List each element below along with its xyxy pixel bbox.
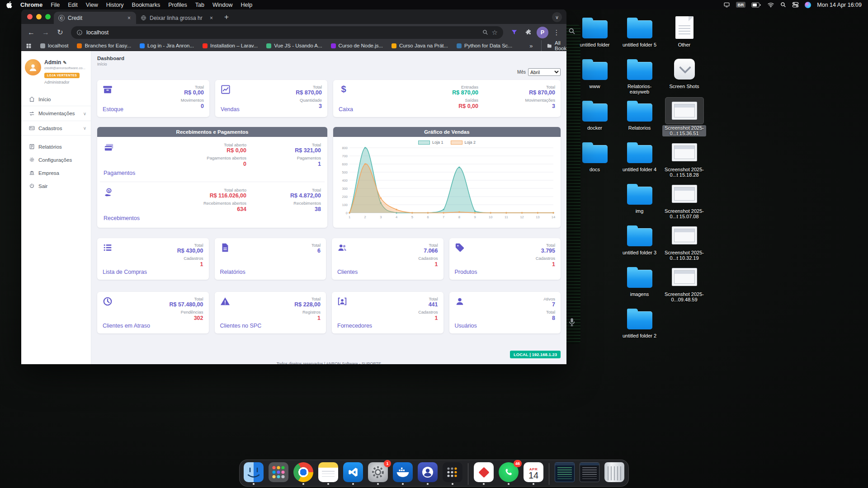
- tab-deixar-linha[interactable]: Deixar linha grossa hr: [136, 12, 218, 24]
- dock-vscode[interactable]: [343, 462, 363, 485]
- filter-extension-icon[interactable]: [508, 26, 520, 39]
- new-tab-button[interactable]: [221, 12, 232, 23]
- card-title-link[interactable]: Recebimentos: [104, 215, 153, 221]
- menu-profiles[interactable]: Profiles: [168, 2, 187, 8]
- dock-minimized-window-2[interactable]: [579, 462, 600, 485]
- desktop-icon-untitled-folder-5[interactable]: untitled folder 5: [617, 14, 662, 56]
- desktop-icon-screenshot-151828[interactable]: Screenshot 2025-0...t 15.18.28: [662, 139, 707, 181]
- profile-avatar[interactable]: P: [537, 27, 548, 38]
- site-info-icon[interactable]: [76, 29, 83, 36]
- back-button[interactable]: [25, 26, 38, 39]
- close-tab-icon[interactable]: [126, 14, 132, 21]
- battery-icon[interactable]: [751, 2, 761, 8]
- sidebar-item-movimentacoes[interactable]: Movimentações: [21, 106, 91, 121]
- bookmarks-overflow-icon[interactable]: [529, 42, 533, 49]
- reload-button[interactable]: [54, 26, 66, 39]
- desktop-icon-screenshot-150708[interactable]: Screenshot 2025-0...t 15.07.08: [662, 181, 707, 222]
- bookmark-star-icon[interactable]: [492, 28, 498, 37]
- browser-menu-icon[interactable]: [550, 26, 563, 39]
- desktop-icon-relatorios[interactable]: Relatorios: [617, 98, 662, 139]
- apple-logo-icon[interactable]: [6, 1, 12, 8]
- bookmark-jira[interactable]: Log in - Jira Anron...: [140, 43, 194, 48]
- sidebar-item-configuracoes[interactable]: Configurações: [21, 153, 91, 166]
- bookmark-branches[interactable]: Branches for Easy...: [77, 43, 131, 48]
- dock-red-diamond-app[interactable]: [473, 462, 494, 485]
- menu-tab[interactable]: Tab: [195, 2, 204, 8]
- card-title-link[interactable]: Clientes em Atraso: [103, 323, 150, 329]
- card-title-link[interactable]: Produtos: [455, 269, 477, 275]
- bookmark-vuejs[interactable]: Vue JS - Usando A...: [266, 43, 322, 48]
- close-window-button[interactable]: [27, 14, 33, 19]
- extensions-puzzle-icon[interactable]: [522, 26, 535, 39]
- menubar-clock[interactable]: Mon 14 Apr 16:09: [817, 2, 862, 8]
- tab-search-button[interactable]: [552, 12, 562, 22]
- bookmark-nodejs[interactable]: Curso de Node.js...: [331, 43, 383, 48]
- dock-notes[interactable]: [318, 462, 339, 485]
- desktop-icon-untitled-folder-2[interactable]: untitled folder 2: [617, 305, 662, 347]
- bookmark-laravel[interactable]: Installation – Larav...: [203, 43, 258, 48]
- desktop-icon-untitled-folder-4[interactable]: untitled folder 4: [617, 139, 662, 181]
- menu-help[interactable]: Help: [241, 2, 252, 8]
- screen-mirroring-icon[interactable]: [723, 2, 730, 8]
- desktop-icon-docker[interactable]: docker: [572, 98, 617, 139]
- desktop-icon-other[interactable]: Other: [662, 14, 707, 56]
- bookmark-localhost[interactable]: localhost: [40, 43, 68, 48]
- address-bar[interactable]: localhost: [71, 26, 503, 39]
- sidebar-item-sair[interactable]: Sair: [21, 179, 91, 192]
- desktop-icon-untitled-folder[interactable]: untitled folder: [572, 14, 617, 56]
- desktop-icon-docs[interactable]: docs: [572, 139, 617, 181]
- dock-calendar[interactable]: APR 14: [523, 462, 544, 485]
- menubar-app-name[interactable]: Chrome: [20, 1, 42, 8]
- minimize-window-button[interactable]: [36, 14, 42, 19]
- wifi-icon[interactable]: [767, 2, 774, 8]
- desktop-icon-screenshot-094859[interactable]: Screenshot 2025-0...09.48.59: [662, 264, 707, 305]
- desktop-icon-www[interactable]: www: [572, 56, 617, 98]
- dock-calculator[interactable]: [442, 462, 463, 485]
- card-title-link[interactable]: Estoque: [103, 106, 123, 113]
- all-bookmarks-button[interactable]: All Bookmarks: [541, 40, 566, 51]
- desktop-icon-img[interactable]: img: [617, 181, 662, 222]
- dock-trash[interactable]: [604, 462, 625, 485]
- url-text[interactable]: localhost: [86, 29, 479, 36]
- dock-finder[interactable]: [243, 462, 264, 485]
- desktop-icon-screenshot-153651[interactable]: Screenshot 2025-0...t 15.36.51: [662, 98, 707, 139]
- desktop-icon-screenshot-103219[interactable]: Screenshot 2025-0...t 10.32.19: [662, 222, 707, 264]
- menu-window[interactable]: Window: [212, 2, 232, 8]
- menu-view[interactable]: View: [86, 2, 98, 8]
- dock-docker[interactable]: [392, 462, 413, 485]
- card-title-link[interactable]: Usuários: [455, 323, 477, 329]
- siri-icon[interactable]: [805, 2, 811, 8]
- card-title-link[interactable]: Vendas: [221, 106, 240, 113]
- dock-launchpad[interactable]: [268, 462, 289, 485]
- apps-grid-icon[interactable]: [26, 43, 32, 49]
- maximize-window-button[interactable]: [45, 14, 51, 19]
- desktop-icon-screen-shots[interactable]: Screen Shots: [662, 56, 707, 98]
- sidebar-item-relatorios[interactable]: Relatórios: [21, 140, 91, 153]
- control-center-icon[interactable]: [792, 2, 799, 8]
- card-title-link[interactable]: Pagamentos: [104, 170, 153, 176]
- tab-credit[interactable]: C Credit: [54, 12, 136, 24]
- menu-bookmarks[interactable]: Bookmarks: [132, 2, 160, 8]
- bookmark-python[interactable]: Python for Data Sc...: [457, 43, 512, 48]
- edit-profile-icon[interactable]: [63, 59, 66, 66]
- dock-minimized-window-1[interactable]: [554, 462, 575, 485]
- sidebar-item-cadastros[interactable]: Cadastros: [21, 121, 91, 136]
- card-title-link[interactable]: Fornecedores: [337, 323, 372, 329]
- close-tab-icon[interactable]: [208, 14, 215, 21]
- dock-whatsapp[interactable]: 46: [498, 462, 519, 485]
- sidebar-item-empresa[interactable]: Empresa: [21, 166, 91, 179]
- card-title-link[interactable]: Lista de Compras: [103, 269, 147, 275]
- spotlight-search-icon[interactable]: [780, 2, 786, 8]
- dock-settings[interactable]: 1: [368, 462, 388, 485]
- card-title-link[interactable]: Caixa: [339, 106, 353, 113]
- dock-contacts-app[interactable]: [417, 462, 438, 485]
- dock-chrome[interactable]: [293, 462, 314, 485]
- menu-history[interactable]: History: [106, 2, 124, 8]
- month-select[interactable]: Abril: [528, 68, 561, 76]
- menu-edit[interactable]: Edit: [68, 2, 78, 8]
- card-title-link[interactable]: Clientes: [337, 269, 358, 275]
- sidebar-item-inicio[interactable]: Início: [21, 93, 91, 106]
- card-title-link[interactable]: Relatórios: [220, 269, 245, 275]
- menu-file[interactable]: File: [51, 2, 60, 8]
- user-avatar[interactable]: [25, 59, 41, 75]
